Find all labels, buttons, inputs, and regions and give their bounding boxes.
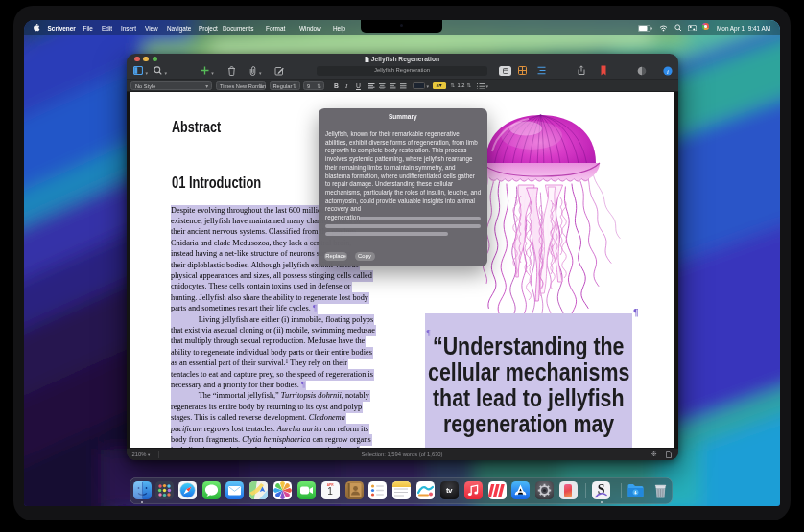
svg-text:i: i bbox=[667, 67, 669, 75]
